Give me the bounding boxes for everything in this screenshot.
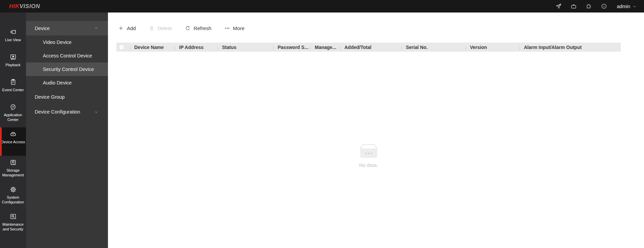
column-password-strength[interactable]: Password S... [273, 45, 310, 50]
submenu-item-label: Device Configuration [35, 109, 80, 115]
sidebar-item-system-configuration[interactable]: System Configuration [0, 183, 26, 210]
sidebar-item-label: Storage Management [1, 168, 26, 178]
device-submenu: Device Video Device Access Control Devic… [26, 13, 108, 248]
device-access-icon [9, 130, 17, 138]
chevron-down-icon [94, 110, 99, 114]
primary-sidebar: Live View Playback Event Center AI Appli… [0, 13, 26, 248]
submenu-item-label: Video Device [43, 40, 72, 45]
sidebar-item-label: Maintenance and Security [1, 222, 26, 232]
sidebar-item-event-center[interactable]: Event Center [0, 75, 26, 100]
logo-vision: VISION [20, 3, 40, 9]
main-content: Add Delete Refresh More [108, 13, 644, 248]
column-device-name[interactable]: Device Name [130, 45, 175, 50]
topbar-actions: admin [554, 2, 637, 10]
sidebar-item-device-access[interactable]: Device Access [0, 127, 26, 156]
submenu-item-access-control-device[interactable]: Access Control Device [26, 49, 108, 63]
column-serial-no[interactable]: Serial No. [401, 45, 466, 50]
user-menu[interactable]: admin [617, 4, 637, 9]
column-alarm-input-output[interactable]: Alarm Input/Alarm Output [520, 45, 621, 50]
more-button[interactable]: More [224, 25, 245, 31]
sidebar-item-label: System Configuration [1, 195, 26, 205]
info-icon[interactable] [599, 2, 609, 10]
toolbar: Add Delete Refresh More [108, 13, 644, 32]
plus-icon [118, 25, 124, 31]
more-button-label: More [233, 25, 245, 31]
trash-icon [149, 25, 155, 31]
toolbox-icon[interactable] [569, 2, 579, 10]
user-name: admin [617, 4, 631, 9]
no-data-icon [358, 144, 379, 159]
select-all-cell [116, 45, 130, 50]
sidebar-item-playback[interactable]: Playback [0, 50, 26, 75]
sidebar-item-label: Playback [1, 63, 26, 67]
submenu-item-label: Security Control Device [43, 67, 94, 72]
column-version[interactable]: Version [466, 45, 520, 50]
svg-text:AI: AI [12, 106, 14, 108]
maintenance-security-icon [9, 213, 17, 220]
more-dots-icon [224, 25, 230, 31]
refresh-icon [185, 25, 191, 31]
hikvision-logo: HIKVISION [9, 3, 40, 10]
submenu-item-device-group[interactable]: Device Group [26, 90, 108, 104]
add-button-label: Add [127, 25, 136, 31]
column-management[interactable]: Manage... [310, 45, 340, 50]
app-window: HIKVISION admin [0, 0, 644, 248]
playback-icon [9, 53, 17, 61]
empty-state: No data. [116, 144, 621, 168]
sidebar-item-live-view[interactable]: Live View [0, 25, 26, 50]
submenu-item-video-device[interactable]: Video Device [26, 35, 108, 49]
select-all-checkbox[interactable] [119, 45, 124, 50]
chevron-down-icon [633, 4, 637, 8]
system-configuration-icon [9, 186, 17, 193]
column-status[interactable]: Status [218, 45, 273, 50]
chevron-up-icon [94, 26, 99, 30]
live-view-icon [9, 28, 17, 36]
logo-hik: HIK [9, 3, 20, 9]
delete-button[interactable]: Delete [149, 25, 172, 31]
sidebar-item-storage-management[interactable]: Storage Management [0, 156, 26, 183]
application-center-icon: AI [9, 103, 17, 111]
column-ip-address[interactable]: IP Address [175, 45, 218, 50]
submenu-item-label: Access Control Device [43, 53, 92, 58]
submenu-item-audio-device[interactable]: Audio Device [26, 76, 108, 90]
plugin-icon[interactable] [584, 2, 594, 10]
add-button[interactable]: Add [118, 25, 136, 31]
sidebar-item-label: Event Center [1, 88, 26, 92]
submenu-item-device-configuration[interactable]: Device Configuration [26, 104, 108, 119]
submenu-device-header[interactable]: Device [26, 21, 108, 35]
submenu-device-label: Device [35, 26, 50, 31]
app-body: Live View Playback Event Center AI Appli… [0, 13, 644, 248]
sidebar-item-label: Live View [1, 38, 26, 42]
sidebar-item-maintenance-security[interactable]: Maintenance and Security [0, 210, 26, 237]
refresh-button[interactable]: Refresh [185, 25, 212, 31]
column-added-total[interactable]: Added/Total [340, 45, 401, 50]
refresh-button-label: Refresh [194, 25, 212, 31]
sidebar-item-label: Device Access [1, 140, 26, 144]
submenu-item-security-control-device[interactable]: Security Control Device [26, 63, 108, 76]
submenu-item-label: Audio Device [43, 80, 72, 85]
storage-management-icon [9, 159, 17, 166]
device-table-header: Device Name IP Address Status Password S… [116, 43, 621, 52]
delete-button-label: Delete [158, 25, 172, 31]
sidebar-item-application-center[interactable]: AI Application Center [0, 100, 26, 127]
send-icon[interactable] [554, 2, 564, 10]
no-data-text: No data. [359, 162, 378, 168]
event-center-icon [9, 78, 17, 86]
submenu-item-label: Device Group [35, 94, 65, 100]
sidebar-item-label: Application Center [1, 113, 26, 122]
topbar: HIKVISION admin [0, 0, 644, 13]
